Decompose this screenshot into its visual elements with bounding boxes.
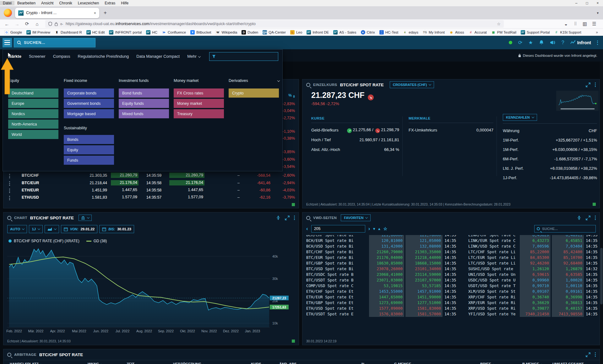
menu-item-sustainability-bonds[interactable]: Bonds <box>64 135 114 144</box>
bookmark-as-sales[interactable]: AS - Sales <box>331 30 358 35</box>
vwd-row-btc-chf[interactable]: BTC/CHF Spot rate Bi21260,7900021303,350… <box>306 249 461 255</box>
pocket-icon[interactable]: ◒ <box>562 21 570 27</box>
bookmark-k15t-support[interactable]: //K15t Support <box>552 30 583 35</box>
column-header-umsatz-gesamt[interactable]: UMSATZ GESAMT <box>552 362 587 364</box>
page-next-icon[interactable]: › <box>368 226 370 232</box>
favorites-selector[interactable]: FAVORITEN <box>341 214 371 221</box>
row-kebab-icon[interactable] <box>9 181 10 186</box>
vwd-row-yfi-usd[interactable]: YFI/USD Spot rate Ye7340,214507413,98550… <box>468 311 598 317</box>
column-header--nd-abs-[interactable]: ÄND. ABS. <box>279 362 301 364</box>
menu-item-sustainability-funds[interactable]: Funds <box>64 156 114 165</box>
vwd-row-eth-gbp[interactable]: ETH/GBP Spot rate Et1273,690001277,51000… <box>306 300 461 306</box>
vwd-row-bch-chf[interactable]: BCH/CHF Spot rate Bi121,66000121,7800014… <box>306 235 461 238</box>
menubar-item-extras[interactable]: Extras <box>102 1 118 5</box>
page-down-icon[interactable]: ▾ <box>373 227 375 231</box>
expand-icon[interactable] <box>586 216 590 220</box>
bookmark-accurat[interactable]: ılAccurat <box>467 30 489 35</box>
vwd-row-eth-usd[interactable]: ETH/USD Spot rate Et1577,090001581,83000… <box>306 306 461 311</box>
more-bookmarks-icon[interactable]: » <box>596 30 600 35</box>
vwd-row-eth-chf[interactable]: ETH/CHF Spot rate Et1453,550001457,91000… <box>306 289 461 294</box>
vwd-row-ltc-eur[interactable]: LTC/EUR Spot rate Li84,8530085,1070014:3… <box>468 255 598 260</box>
vwd-table-right[interactable]: LINK/CHF Spot rate C6,456296,4891114:35L… <box>468 235 598 324</box>
menu-tab-regulatorische-preisfindung[interactable]: Regulatorische Preisfindung <box>78 54 129 59</box>
menu-item-mortgage-based[interactable]: Mortgage based <box>64 109 114 118</box>
bookmark-leo[interactable]: LLeo <box>288 30 304 35</box>
library-icon[interactable]: ⫶⫶ <box>571 21 580 27</box>
sync-icon[interactable]: ⟳ <box>518 40 522 46</box>
instrument-search-icon[interactable] <box>306 83 310 87</box>
bookmark-star-icon[interactable]: ☆ <box>497 22 501 26</box>
bookmark-support-portal[interactable]: Support Portal <box>519 30 552 35</box>
column-header-verz-gerung[interactable]: VERZÖGERUNG <box>173 362 204 364</box>
vwd-row-btc-eur[interactable]: BTC/EUR Spot rate Bi21176,0400021218,440… <box>306 255 461 260</box>
vwd-row-eth-usdt[interactable]: ETH/USDT Spot rate E1576,830001581,57000… <box>306 311 461 317</box>
vwd-row-sushi-usd[interactable]: SUSHI/USD Spot rate1,261201,2687914:32 <box>468 266 598 272</box>
instrument-search-icon[interactable] <box>7 353 11 357</box>
vwd-row-link-eur[interactable]: LINK/EUR Spot rate C6,432736,4585114:35 <box>468 238 598 244</box>
column-header-kurs[interactable]: KURS <box>251 362 264 364</box>
bookmark-hc[interactable]: HC <box>144 30 159 35</box>
app-search-input[interactable]: SUCHEN... <box>14 38 95 47</box>
firefox-icon[interactable] <box>4 9 12 17</box>
menu-filter-input[interactable] <box>209 52 278 61</box>
menu-tab-compass[interactable]: Compass <box>53 54 70 59</box>
panel-kebab-icon[interactable] <box>595 83 596 87</box>
row-kebab-icon[interactable] <box>9 196 10 200</box>
bookmark-dashboard-r[interactable]: ♜Dashboard R <box>53 30 84 35</box>
maximize-button[interactable]: □ <box>582 1 592 5</box>
menu-item-nordics[interactable]: Nordics <box>8 109 58 118</box>
list-tabs-icon[interactable]: ▾ <box>597 11 599 15</box>
favorites-star-icon[interactable]: ★ <box>528 40 533 46</box>
menu-item-bond-funds[interactable]: Bond funds <box>119 88 169 98</box>
back-icon[interactable]: ← <box>3 21 11 27</box>
new-tab-button[interactable]: + <box>99 10 111 16</box>
vwd-row-bch-eur[interactable]: BCH/EUR Spot rate Bi120,81000121,0500014… <box>306 238 461 244</box>
bookmark-hc-test[interactable]: ⁚HC-Test <box>378 30 400 35</box>
bell-icon[interactable] <box>539 40 544 45</box>
menu-tab-data-manager-compact[interactable]: Data Manager Compact <box>136 54 180 59</box>
table-row-btc-chf[interactable]: BTC/CHF21.303,3521.260,7914:35:5921.260,… <box>3 172 299 179</box>
menu-item-treasury[interactable]: Treasury <box>174 109 224 118</box>
row-kebab-icon[interactable] <box>9 189 10 193</box>
page-prev-icon[interactable]: ‹ <box>306 226 308 232</box>
bookmark-google[interactable]: GGoogle <box>3 30 24 35</box>
menu-item-equity-funds[interactable]: Equity funds <box>119 99 169 108</box>
help-icon[interactable]: ? <box>562 40 564 46</box>
bookmark-pm-testrail[interactable]: ▦PM TestRail <box>489 30 518 35</box>
menubar-item-lesezeichen[interactable]: Lesezeichen <box>75 1 102 5</box>
bookmark-my-infront[interactable]: TSMy Infront <box>421 30 447 35</box>
vwd-row-ltc-chf[interactable]: LTC/CHF Spot rate Li85,2200085,4240014:3… <box>468 249 598 255</box>
bookmark-edays[interactable]: ėedays <box>401 30 420 35</box>
expand-icon[interactable] <box>586 352 590 357</box>
vwd-row-link-usd[interactable]: LINK/USD Spot rate C7,005967,0340414:35 <box>468 244 598 249</box>
vwd-row-btc-usd[interactable]: BTC/USD Spot rate Bi23078,2600023101,340… <box>306 266 461 272</box>
crossrates-selector[interactable]: CROSSRATES (CHF) <box>390 81 434 88</box>
bookmark-bitbucket[interactable]: ▼Bitbucket <box>188 30 213 35</box>
home-icon[interactable]: ⌂ <box>33 21 41 27</box>
column-header-wkng[interactable]: WKNG <box>88 362 102 364</box>
bookmark-qa-center[interactable]: QAQA-Center <box>261 30 288 35</box>
vwd-row-eth-eur[interactable]: ETH/EUR Spot rate Et1447,650001451,99000… <box>306 294 461 300</box>
tab-close-icon[interactable]: × <box>94 11 96 15</box>
url-bar[interactable]: o‑ https://gateway.cloud-uat.eu.infronts… <box>45 20 504 28</box>
minimize-button[interactable]: – <box>571 1 582 5</box>
forward-icon[interactable]: → <box>13 21 21 27</box>
page-number-input[interactable]: 205 <box>311 225 365 233</box>
favorite-page-star-icon[interactable]: ☆ <box>383 226 387 231</box>
instrument-search-icon[interactable] <box>306 216 310 220</box>
vwd-row-link-chf[interactable]: LINK/CHF Spot rate C6,456296,4891114:35 <box>468 235 598 238</box>
menubar-item-hilfe[interactable]: Hilfe <box>118 1 131 5</box>
vwd-row-usdc-usd[interactable]: USDC/USD Spot rate U0,999601,0002014:35 <box>468 277 598 283</box>
menubar-item-datei[interactable]: Datei <box>0 1 14 5</box>
table-row-eth-usd[interactable]: ETH/USD1.581,831.577,0914:35:571.577,09–… <box>3 194 299 201</box>
menu-item-europe[interactable]: Europe <box>8 99 58 108</box>
vwd-row-btc-gbp[interactable]: BTC/GBP Spot rate Bi18630,8500018668,150… <box>306 260 461 266</box>
column-header-brief[interactable]: BRIEF <box>480 362 494 364</box>
expand-icon[interactable] <box>586 83 590 87</box>
menu-item-world[interactable]: World <box>8 130 58 139</box>
megaphone-icon[interactable] <box>550 40 556 45</box>
menu-item-crypto[interactable]: Crypto <box>229 88 279 98</box>
vwd-row-xlm-usd[interactable]: XLM/USD Spot rate St0,091070,0916114:35 <box>468 289 598 294</box>
vwd-search-input[interactable]: SUCHE... <box>534 225 596 233</box>
vwd-row-xrp-usd[interactable]: XRP/USD Spot rate Ri0,398770,4015714:35 <box>468 306 598 311</box>
